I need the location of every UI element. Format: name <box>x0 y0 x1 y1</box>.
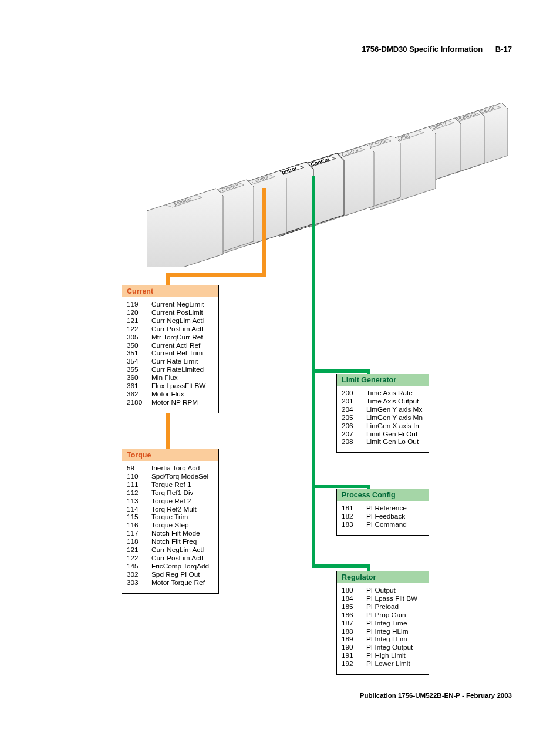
param-number: 120 <box>127 309 151 317</box>
param-label: Flux LpassFlt BW <box>151 382 214 391</box>
param-label: Current PosLimit <box>151 309 214 317</box>
param-number: 302 <box>127 571 151 579</box>
box-current: Current 119Current NegLimit120Current Po… <box>122 285 219 413</box>
table-row: 181PI Reference <box>342 504 424 513</box>
param-number: 188 <box>342 628 366 636</box>
table-row: 59Inertia Torq Add <box>127 465 214 473</box>
param-label: FricComp TorqAdd <box>151 563 214 571</box>
table-row: 208Limit Gen Lo Out <box>342 438 424 446</box>
table-row: 113Torque Ref 2 <box>127 497 214 506</box>
table-row: 180PI Output <box>342 587 424 595</box>
table-row: 207Limit Gen Hi Out <box>342 430 424 439</box>
param-label: Curr NegLim Actl <box>151 317 214 325</box>
param-number: 362 <box>127 391 151 399</box>
table-row: 201Time Axis Output <box>342 398 424 406</box>
table-row: 302Spd Reg PI Out <box>127 571 214 579</box>
param-label: Motor Torque Ref <box>151 579 214 587</box>
box-limit-generator: Limit Generator 200Time Axis Rate201Time… <box>336 374 429 453</box>
table-row: 354Curr Rate Limit <box>127 358 214 366</box>
table-row: 188PI Integ HLim <box>342 628 424 636</box>
table-row: 187PI Integ Time <box>342 620 424 628</box>
table-row: 350Current Actl Ref <box>127 342 214 350</box>
param-label: Time Axis Rate <box>366 389 424 398</box>
box-current-body: 119Current NegLimit120Current PosLimit12… <box>122 297 218 413</box>
box-regulator: Regulator 180PI Output184PI Lpass Filt B… <box>336 571 429 675</box>
param-label: PI Lower Limit <box>366 660 424 668</box>
header-rule <box>53 58 512 58</box>
table-row: 182PI Feedback <box>342 513 424 521</box>
table-row: 192PI Lower Limit <box>342 660 424 668</box>
box-process-config: Process Config 181PI Reference182PI Feed… <box>336 489 429 536</box>
table-row: 118Notch Filt Freq <box>127 538 214 546</box>
header-title: 1756-DMD30 Specific Information <box>362 45 483 53</box>
param-number: 116 <box>127 522 151 530</box>
param-label: Min Flux <box>151 374 214 382</box>
param-label: Inertia Torq Add <box>151 465 214 473</box>
box-regulator-header: Regulator <box>337 571 429 583</box>
table-row: 122Curr PosLim Actl <box>127 325 214 334</box>
param-label: LimGen Y axis Mn <box>366 414 424 422</box>
param-label: Spd Reg PI Out <box>151 571 214 579</box>
param-number: 185 <box>342 603 366 611</box>
param-number: 360 <box>127 374 151 382</box>
box-torque-body: 59Inertia Torq Add110Spd/Torq ModeSel111… <box>122 461 218 593</box>
table-row: 200Time Axis Rate <box>342 389 424 398</box>
table-row: 189PI Integ LLim <box>342 635 424 644</box>
param-number: 303 <box>127 579 151 587</box>
param-number: 208 <box>342 438 366 446</box>
param-label: PI Lpass Filt BW <box>366 595 424 603</box>
param-label: PI Feedback <box>366 513 424 521</box>
param-label: PI Command <box>366 521 424 529</box>
param-number: 192 <box>342 660 366 668</box>
table-row: 362Motor Flux <box>127 391 214 399</box>
param-label: PI Integ LLim <box>366 635 424 644</box>
param-number: 180 <box>342 587 366 595</box>
param-label: Torq Ref2 Mult <box>151 506 214 514</box>
param-number: 355 <box>127 366 151 374</box>
folder-monitor: Monitor <box>147 189 223 267</box>
table-row: 185PI Preload <box>342 603 424 611</box>
param-number: 121 <box>127 546 151 554</box>
table-row: 305Mtr TorqCurr Ref <box>127 334 214 342</box>
param-label: Spd/Torq ModeSel <box>151 473 214 481</box>
param-number: 122 <box>127 325 151 334</box>
param-label: Time Axis Output <box>366 398 424 406</box>
param-number: 183 <box>342 521 366 529</box>
param-number: 110 <box>127 473 151 481</box>
param-label: Limit Gen Hi Out <box>366 430 424 439</box>
table-row: 361Flux LpassFlt BW <box>127 382 214 391</box>
table-row: 360Min Flux <box>127 374 214 382</box>
param-label: Notch Filt Freq <box>151 538 214 546</box>
table-row: 121Curr NegLim Actl <box>127 317 214 325</box>
param-label: LimGen X axis In <box>366 422 424 430</box>
param-label: Torque Trim <box>151 513 214 522</box>
param-number: 190 <box>342 644 366 652</box>
box-regulator-body: 180PI Output184PI Lpass Filt BW185PI Pre… <box>337 583 429 674</box>
param-label: PI Output <box>366 587 424 595</box>
param-number: 113 <box>127 497 151 506</box>
param-label: Current NegLimit <box>151 301 214 309</box>
param-number: 145 <box>127 563 151 571</box>
table-row: 115Torque Trim <box>127 513 214 522</box>
table-row: 116Torque Step <box>127 522 214 530</box>
box-limit-body: 200Time Axis Rate201Time Axis Output204L… <box>337 386 429 452</box>
table-row: 204LimGen Y axis Mx <box>342 406 424 414</box>
param-number: 186 <box>342 611 366 620</box>
param-label: Current Ref Trim <box>151 349 214 358</box>
param-label: PI Integ Time <box>366 620 424 628</box>
param-label: Torque Ref 2 <box>151 497 214 506</box>
param-label: Current Actl Ref <box>151 342 214 350</box>
param-label: Curr RateLimited <box>151 366 214 374</box>
table-row: 355Curr RateLimited <box>127 366 214 374</box>
param-number: 187 <box>342 620 366 628</box>
table-row: 186PI Prop Gain <box>342 611 424 620</box>
param-label: Curr PosLim Actl <box>151 325 214 334</box>
param-label: Limit Gen Lo Out <box>366 438 424 446</box>
table-row: 145FricComp TorqAdd <box>127 563 214 571</box>
table-row: 111Torque Ref 1 <box>127 481 214 489</box>
param-label: Torque Step <box>151 522 214 530</box>
table-row: 206LimGen X axis In <box>342 422 424 430</box>
param-number: 122 <box>127 554 151 563</box>
page-header: 1756-DMD30 Specific Information B-17 <box>362 45 512 53</box>
param-label: PI High Limit <box>366 652 424 660</box>
